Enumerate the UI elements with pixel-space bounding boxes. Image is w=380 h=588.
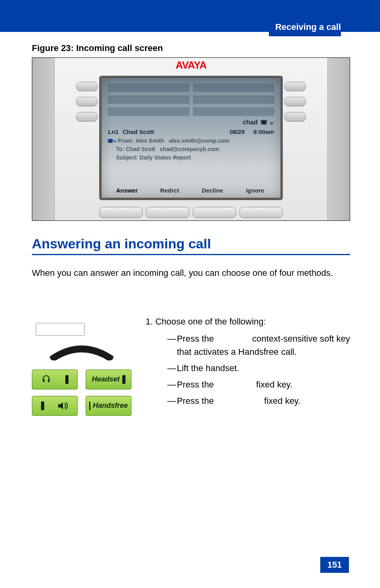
from-address: alex.smith@comp.com	[169, 137, 229, 145]
to-address: chad@companyb.com	[160, 146, 219, 152]
from-label: From:	[118, 137, 134, 145]
call-time: 8:00am	[253, 128, 274, 135]
handsfree-key-label: Handsfree	[86, 396, 131, 416]
brand-logo: AVAYA	[176, 59, 206, 71]
to-name: Chad Scott	[126, 146, 155, 152]
softkey-button-4[interactable]	[239, 207, 283, 218]
softkey-button-2[interactable]	[146, 207, 189, 218]
softkey-illustration	[36, 323, 84, 336]
line-key-left-1[interactable]	[76, 82, 98, 91]
figure-caption: Figure 23: Incoming call screen	[32, 43, 350, 53]
header-side-block	[0, 0, 90, 32]
phone-ring-icon: ☎»	[107, 137, 116, 145]
instruction-item-4: Press the fixed key.	[167, 394, 350, 407]
softkey-ignore[interactable]: Ignore	[234, 185, 276, 195]
line-key-left-3[interactable]	[76, 112, 98, 122]
line-key-right-1[interactable]	[284, 82, 306, 91]
softkey-button-3[interactable]	[193, 207, 236, 218]
handsfree-key-text: Handsfree	[93, 401, 128, 410]
handsfree-key-icon	[32, 396, 78, 416]
subject-value: Daily Status Report	[139, 154, 191, 161]
headset-key-label: Headset	[86, 370, 131, 389]
softkey-answer[interactable]: Answer	[106, 185, 148, 195]
from-name: Alex Smith	[135, 137, 164, 145]
softkey-buttons-row	[99, 207, 283, 218]
phone-icon: ☎	[260, 119, 268, 126]
instruction-item-3: Press the fixed key.	[167, 378, 350, 391]
caller-name: Chad Scott	[123, 128, 154, 135]
line-label: Ln1	[108, 128, 119, 135]
headset-key-icon	[32, 370, 78, 389]
headset-key-text: Headset	[92, 375, 119, 383]
device-figure: AVAYA chad ☎ »	[32, 57, 350, 221]
signal-icon: »	[270, 119, 273, 126]
status-name: chad	[243, 119, 257, 126]
intro-paragraph: When you can answer an incoming call, yo…	[32, 267, 350, 279]
handset-icon	[42, 340, 121, 362]
softkey-decline[interactable]: Decline	[191, 185, 234, 195]
to-label: To:	[116, 146, 124, 152]
call-date: 08/29	[230, 128, 245, 135]
section-heading: Answering an incoming call	[32, 236, 350, 255]
softkey-redirect[interactable]: Redrct	[148, 185, 191, 195]
instruction-item-1: Press the context-sensitive soft key tha…	[167, 332, 350, 358]
subject-label: Subject:	[116, 154, 138, 161]
lcd-screen: chad ☎ » Ln1 Chad Scott 08/29 8:	[99, 76, 283, 200]
page-number: 151	[320, 557, 349, 573]
line-key-right-2[interactable]	[284, 97, 306, 106]
header-title: Receiving a call	[269, 22, 341, 36]
line-key-right-3[interactable]	[284, 112, 306, 122]
line-key-left-2[interactable]	[76, 97, 98, 106]
instruction-text: Choose one of the following: Press the c…	[143, 315, 350, 422]
key-graphics: Headset Handsfree	[32, 315, 131, 422]
instruction-item-2: Lift the handset.	[167, 362, 350, 375]
softkey-button-1[interactable]	[99, 207, 143, 218]
instruction-lead: Choose one of the following:	[155, 317, 266, 326]
